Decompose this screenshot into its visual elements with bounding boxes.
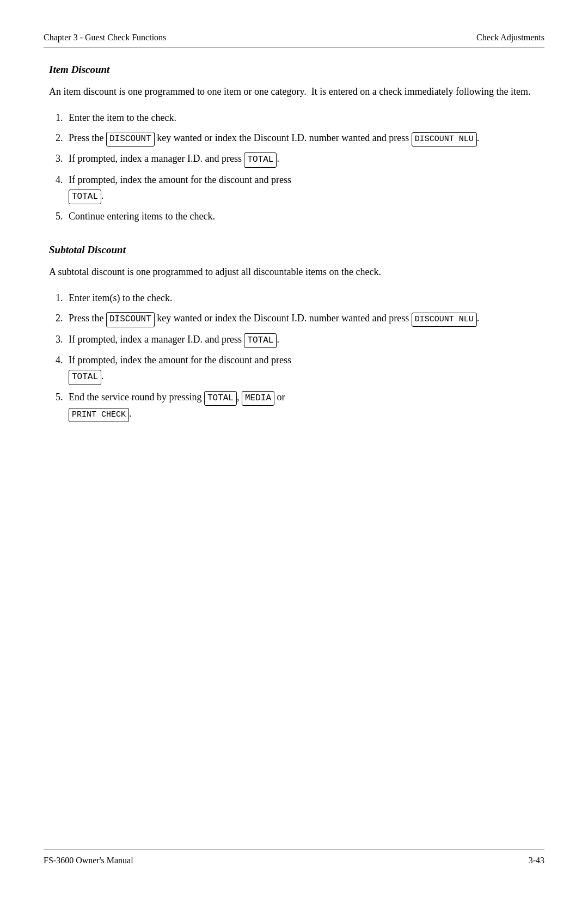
page-content: Item Discount An item discount is one pr… (44, 64, 544, 850)
page-footer: FS-3600 Owner's Manual 3-43 (44, 850, 544, 865)
footer-page-number: 3-43 (529, 856, 544, 865)
item-discount-step-1: Enter the item to the check. (65, 110, 539, 126)
discount-key-2: DISCOUNT (106, 312, 155, 327)
header-section: Check Adjustments (476, 33, 544, 42)
total-key-4: TOTAL (69, 370, 101, 385)
subtotal-discount-steps: Enter item(s) to the check. Press the DI… (65, 290, 539, 422)
section-item-discount: Item Discount An item discount is one pr… (49, 64, 539, 224)
page-header: Chapter 3 - Guest Check Functions Check … (44, 33, 544, 47)
item-discount-intro: An item discount is one programmed to on… (49, 84, 539, 99)
total-key-5: TOTAL (204, 391, 237, 406)
discount-key-1: DISCOUNT (106, 132, 155, 147)
discount-nlu-key-1: DISCOUNT NLU (412, 132, 477, 147)
subtotal-discount-title: Subtotal Discount (49, 244, 539, 256)
item-discount-steps: Enter the item to the check. Press the D… (65, 110, 539, 224)
total-key-3: TOTAL (244, 333, 277, 349)
item-discount-step-2: Press the DISCOUNT key wanted or index t… (65, 130, 539, 147)
print-check-key: PRINT CHECK (69, 408, 129, 422)
header-chapter: Chapter 3 - Guest Check Functions (44, 33, 166, 42)
subtotal-discount-step-2: Press the DISCOUNT key wanted or index t… (65, 310, 539, 327)
media-key: MEDIA (242, 391, 274, 406)
item-discount-step-4: If prompted, index the amount for the di… (65, 172, 539, 204)
item-discount-step-3: If prompted, index a manager I.D. and pr… (65, 151, 539, 168)
subtotal-discount-step-4: If prompted, index the amount for the di… (65, 352, 539, 385)
total-key-2: TOTAL (69, 190, 101, 205)
item-discount-title: Item Discount (49, 64, 539, 76)
subtotal-discount-step-1: Enter item(s) to the check. (65, 290, 539, 306)
section-subtotal-discount: Subtotal Discount A subtotal discount is… (49, 244, 539, 422)
subtotal-discount-step-5: End the service round by pressing TOTAL,… (65, 389, 539, 423)
total-key-1: TOTAL (244, 152, 277, 168)
discount-nlu-key-2: DISCOUNT NLU (412, 313, 477, 327)
footer-manual-title: FS-3600 Owner's Manual (44, 856, 133, 865)
item-discount-step-5: Continue entering items to the check. (65, 209, 539, 224)
subtotal-discount-intro: A subtotal discount is one programmed to… (49, 265, 539, 279)
subtotal-discount-step-3: If prompted, index a manager I.D. and pr… (65, 332, 539, 349)
